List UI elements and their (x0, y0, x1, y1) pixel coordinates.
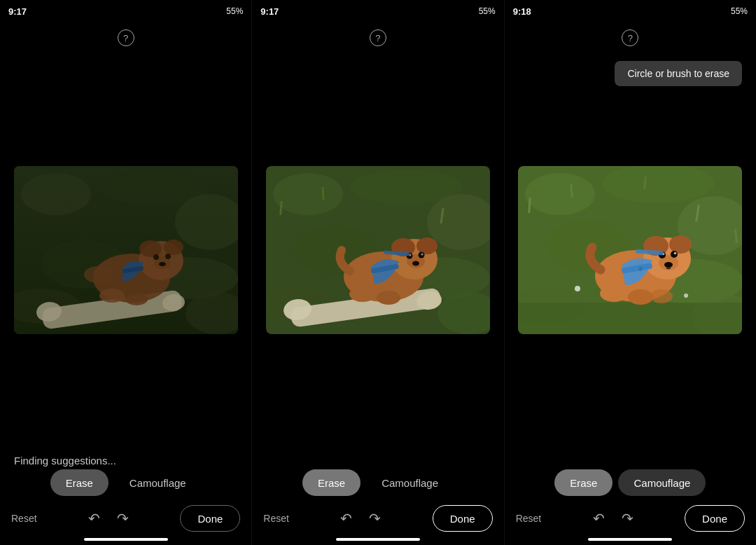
redo-button-3[interactable]: ↷ (622, 510, 634, 527)
toolbar-icons-3: ↶ ↷ (593, 510, 634, 527)
panel-1-bottom: Finding suggestions... Erase Camouflage … (0, 449, 251, 545)
help-icon-1[interactable]: ? (118, 29, 134, 46)
svg-point-84 (628, 289, 653, 305)
svg-point-68 (684, 294, 688, 298)
photo-frame-2 (266, 166, 490, 334)
bottom-toolbar-3: Reset ↶ ↷ Done (505, 500, 756, 537)
photo-3 (518, 166, 742, 334)
battery-3: 55% (731, 6, 748, 16)
home-indicator-2 (252, 538, 503, 545)
help-icon-3[interactable]: ? (622, 29, 638, 46)
panel-3-bottom: Erase Camouflage Reset ↶ ↷ Done (505, 450, 756, 545)
panel-1: ? (0, 22, 252, 545)
tooltip: Circle or brush to erase (615, 61, 742, 86)
suggestion-text-3 (505, 450, 519, 469)
time-2: 9:17 (260, 6, 279, 17)
photo-2 (266, 166, 490, 334)
undo-button-2[interactable]: ↶ (340, 510, 352, 527)
home-bar-3 (588, 538, 672, 541)
home-indicator-1 (0, 538, 251, 545)
svg-rect-24 (14, 166, 238, 334)
reset-button-3[interactable]: Reset (516, 513, 542, 524)
svg-point-78 (674, 252, 677, 255)
erase-buttons-2: Erase Camouflage (302, 469, 454, 496)
svg-point-76 (671, 251, 678, 258)
reset-button-1[interactable]: Reset (11, 513, 37, 524)
panel-3: Circle or brush to erase ? (505, 22, 756, 545)
svg-rect-69 (518, 303, 742, 334)
done-button-1[interactable]: Done (180, 505, 240, 532)
help-icon-2[interactable]: ? (370, 29, 386, 46)
svg-point-83 (600, 285, 628, 302)
photo-frame-1 (14, 166, 238, 334)
erase-button-2[interactable]: Erase (302, 469, 360, 496)
svg-rect-53 (266, 166, 490, 334)
done-button-2[interactable]: Done (433, 505, 493, 532)
undo-button-3[interactable]: ↶ (593, 510, 605, 527)
erase-button-3[interactable]: Erase (554, 469, 612, 496)
erase-button-1[interactable]: Erase (50, 469, 108, 496)
panel-2: ? (252, 22, 504, 545)
home-indicator-3 (505, 538, 756, 545)
status-bar-3: 9:18 55% (505, 0, 756, 22)
toolbar-icons-2: ↶ ↷ (340, 510, 381, 527)
panels-container: ? (0, 22, 756, 545)
photo-wrapper-2 (252, 50, 503, 450)
photo-1 (14, 166, 238, 334)
camouflage-button-2[interactable]: Camouflage (366, 469, 454, 496)
photo-frame-3 (518, 166, 742, 334)
toolbar-icons-1: ↶ ↷ (88, 510, 129, 527)
camouflage-button-3[interactable]: Camouflage (618, 469, 706, 496)
redo-button-2[interactable]: ↷ (369, 510, 381, 527)
bottom-toolbar-2: Reset ↶ ↷ Done (252, 500, 503, 537)
time-3: 9:18 (513, 6, 531, 17)
battery-1: 55% (226, 6, 243, 16)
panel-3-help-area: ? (505, 22, 756, 50)
suggestion-text-2 (252, 450, 266, 469)
reset-button-2[interactable]: Reset (263, 513, 289, 524)
svg-point-82 (638, 267, 643, 271)
svg-point-55 (525, 173, 595, 215)
redo-button-1[interactable]: ↷ (117, 510, 129, 527)
home-bar-2 (336, 538, 420, 541)
photo-wrapper-1 (0, 50, 251, 449)
erase-buttons-1: Erase Camouflage (50, 469, 202, 496)
status-bar-2: 9:17 55% (252, 0, 504, 22)
panel-1-help-area: ? (0, 22, 251, 50)
camouflage-button-1[interactable]: Camouflage (114, 469, 202, 496)
home-bar-1 (84, 538, 168, 541)
status-bar-1: 9:17 55% (0, 0, 252, 22)
svg-point-73 (669, 235, 692, 254)
svg-point-79 (664, 262, 673, 268)
status-bars: 9:17 55% 9:17 55% 9:18 55% (0, 0, 756, 22)
photo-wrapper-3 (505, 50, 756, 450)
bottom-toolbar-1: Reset ↶ ↷ Done (0, 500, 251, 537)
battery-2: 55% (479, 6, 496, 16)
time-1: 9:17 (8, 6, 27, 17)
undo-button-1[interactable]: ↶ (88, 510, 100, 527)
erase-buttons-3: Erase Camouflage (554, 469, 706, 496)
suggestion-text-1: Finding suggestions... (0, 449, 116, 469)
panel-2-bottom: Erase Camouflage Reset ↶ ↷ Done (252, 450, 503, 545)
done-button-3[interactable]: Done (685, 505, 745, 532)
panel-2-help-area: ? (252, 22, 503, 50)
svg-point-85 (650, 289, 673, 303)
svg-point-67 (575, 286, 580, 291)
